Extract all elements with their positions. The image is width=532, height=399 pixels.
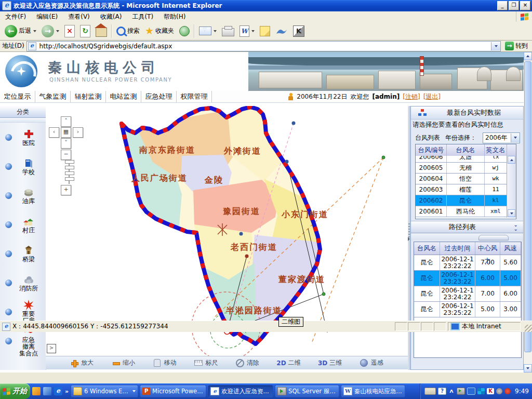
map-tool-rs[interactable]: 遥感 [360,358,383,367]
bird-tool-button[interactable] [273,23,290,39]
edit-word-button[interactable]: W [237,23,257,39]
sidebar-item-school[interactable]: 学校 [0,152,46,181]
year-select[interactable]: 2006年 [483,132,520,143]
task-button-folder[interactable]: 6 Windows Expl... [71,385,138,397]
path-row[interactable]: 昆仑2006-12-1 23:23:226.005.00 [414,271,521,286]
back-dropdown-icon[interactable] [33,30,36,32]
pan-right-button[interactable]: › [73,127,83,138]
map-canvas[interactable]: 南京东路街道外滩街道人民广场街道金陵豫园街道小东门街道老西门街道董家渡街道半淞园… [46,106,408,356]
network-tray-icon[interactable] [467,388,475,395]
logout-link[interactable]: [注销] [403,92,420,101]
search-button[interactable]: 搜索 [114,23,142,39]
typhoon-row[interactable]: 200603榴莲11 [416,184,507,195]
favorites-button[interactable]: ★ 收藏夹 [142,23,177,39]
nav-tab[interactable]: 电站监测 [106,91,141,102]
quicklaunch-overflow-chevron[interactable]: » [65,388,69,395]
splitter-handle[interactable] [478,235,509,241]
nav-tab[interactable]: 辐射监测 [71,91,106,102]
k-tool-button[interactable]: K [290,23,307,39]
mail-dropdown-icon[interactable] [214,30,217,32]
address-input[interactable] [38,42,489,50]
forward-button[interactable]: → [39,23,62,39]
print-button[interactable] [219,23,237,39]
show-desktop-icon[interactable] [43,387,51,395]
forward-dropdown-icon[interactable] [56,30,59,32]
scrollbar-thumb[interactable] [524,61,531,352]
antivirus-tray-icon[interactable]: K [487,388,494,394]
menu-item[interactable]: 收藏(A) [95,11,127,22]
zoom-slider-tick[interactable] [65,177,74,181]
sidebar-item-hospital[interactable]: 医院 [0,123,46,152]
task-button-word[interactable]: W秦山核电站应急... [341,385,405,397]
typhoon-row[interactable]: 200602昆仑kl [416,195,507,206]
nav-tab[interactable]: 应急处理 [141,91,177,102]
minimize-button[interactable]: _ [497,1,508,10]
restore-button[interactable]: ❐ [509,1,519,10]
go-button[interactable]: → 转到 [503,41,530,51]
ati-tray-icon[interactable] [504,388,511,394]
scrollbar-down-button[interactable] [524,364,532,373]
menu-item[interactable]: 编辑(E) [31,11,63,22]
volume-tray-icon[interactable] [496,388,502,394]
zoom-in-step-button[interactable]: + [61,185,71,195]
home-button[interactable] [93,23,110,39]
sidebar-item-fire[interactable]: 消防所 [0,268,46,297]
history-button[interactable] [177,23,192,39]
pan-up-button[interactable]: ˄ [61,116,71,127]
zoom-slider-tick[interactable] [65,160,74,164]
refresh-button[interactable]: ↻ [77,23,93,39]
grid-tray-icon[interactable] [477,388,485,394]
map-tool-d2[interactable]: 2D二维 [277,358,300,367]
sidebar-item-bridge[interactable]: 桥梁 [0,239,46,268]
full-extent-button[interactable]: ▦ [61,127,71,138]
nav-tab[interactable]: 权限管理 [177,91,212,102]
close-button[interactable]: × [520,1,530,10]
quicklaunch-tool-icon[interactable] [32,387,41,395]
quicklaunch-ie-icon[interactable]: e [54,387,62,395]
scroll-down-button[interactable] [508,209,515,217]
zoom-out-step-button[interactable]: − [61,150,71,160]
path-row[interactable]: 昆仑2006-12-1 23:22:227.005.60 [414,255,521,271]
sidebar-item-village[interactable]: 村庄 [0,210,46,239]
path-list-bar[interactable]: 路径列表 ⌄⌄ [411,221,523,233]
quit-link[interactable]: [退出] [423,92,441,101]
pan-left-button[interactable]: ‹ [49,127,59,138]
menu-item[interactable]: 文件(F) [0,11,31,22]
nav-tab[interactable]: 定位显示 [0,91,35,102]
typhoon-row[interactable]: 200606太虚tx [416,156,507,163]
stop-button[interactable]: × [62,23,77,39]
year-select-arrow[interactable] [511,134,520,142]
menu-item[interactable]: 帮助(H) [158,11,191,22]
sql-tray-icon[interactable] [457,388,465,395]
tray-collapse-chevron[interactable]: ᐱ [448,389,455,394]
expand-panel-button[interactable]: > [47,344,56,353]
typhoon-row[interactable]: 200601西马伦xml [416,206,507,217]
path-row[interactable]: 昆仑2006-12-1 23:24:227.006.00 [414,286,521,302]
menu-item[interactable]: 工具(T) [127,11,158,22]
scroll-up-button[interactable] [508,156,515,164]
edit-dropdown-icon[interactable] [251,30,255,32]
address-dropdown-button[interactable] [491,42,500,50]
path-row[interactable]: 昆仑2006-12-1 23:25:225.003.00 [414,302,521,317]
help-tray-icon[interactable]: ? [438,388,446,395]
zoom-slider-tick[interactable] [65,166,74,169]
task-button-sql[interactable]: SQL Server 服务... [275,385,339,397]
typhoon-row[interactable]: 200605无稽wj [416,163,507,174]
messenger-button[interactable] [257,23,273,39]
scrollbar-up-button[interactable] [524,52,532,60]
mail-button[interactable] [196,23,219,39]
keyboard-tray-icon[interactable] [424,388,436,395]
back-button[interactable]: ← 后退 [2,23,39,39]
typhoon-table-scrollbar[interactable] [507,156,516,218]
map-tool-pan[interactable]: 移动 [153,358,177,367]
task-button-ppt[interactable]: PMicrosoft PowerP... [140,385,206,397]
sidebar-item-oil[interactable]: 油库 [0,181,46,210]
nav-tab[interactable]: 气象监测 [35,91,71,102]
map-tool-clear[interactable]: 清除 [236,358,259,367]
menu-item[interactable]: 查看(V) [63,11,95,22]
task-button-ie[interactable]: e欢迎进入应急资... [208,385,273,397]
map-tool-ruler[interactable]: 标尺 [194,358,218,367]
start-button[interactable]: 开始 [0,383,30,399]
map-tool-d3[interactable]: 3D三维 [318,358,342,367]
typhoon-row[interactable]: 200604悟空wk [416,174,507,184]
